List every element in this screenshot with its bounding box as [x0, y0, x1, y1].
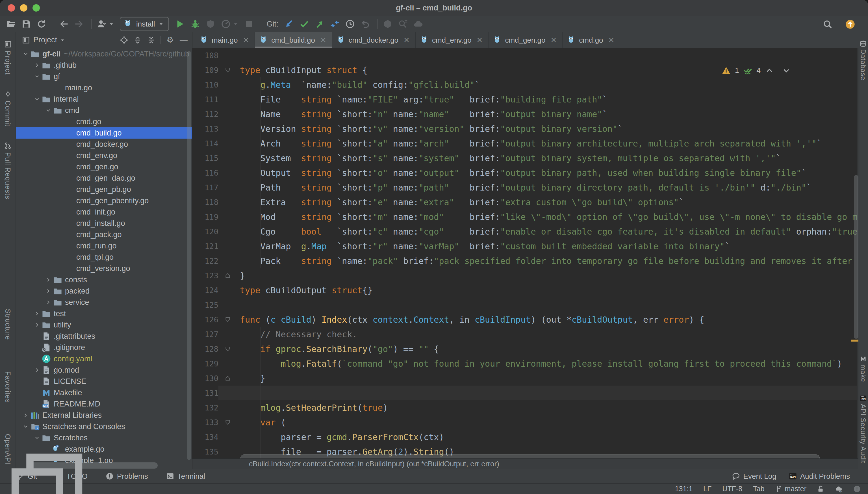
- stripe-button-favorites[interactable]: Favorites: [4, 371, 12, 403]
- profiler-icon[interactable]: [221, 19, 231, 29]
- tree-item-cmd_gen.go[interactable]: cmd_gen.go: [16, 161, 192, 172]
- tree-item-Scratches and Consoles[interactable]: Scratches and Consoles: [16, 421, 192, 432]
- chevron-right-icon[interactable]: [43, 277, 53, 283]
- code-line[interactable]: 123}: [193, 268, 858, 283]
- code-line[interactable]: 134 parser = gcmd.ParserFromCtx(ctx): [193, 430, 858, 444]
- run-configuration-select[interactable]: install: [120, 17, 169, 31]
- stripe-button-api-security-audit[interactable]: /APIAPI Security Audit: [859, 395, 867, 463]
- warning-stripe-mark[interactable]: [851, 340, 858, 342]
- code-line[interactable]: 121 VarMap g.Map `short:"r" name:"varMap…: [193, 239, 858, 253]
- code-line[interactable]: 131: [193, 386, 858, 400]
- tree-item-cmd_gen_pbentity.go[interactable]: cmd_gen_pbentity.go: [16, 195, 192, 206]
- code-line[interactable]: 125: [193, 298, 858, 312]
- code-line[interactable]: 128 if gproc.SearchBinary("go") == "" {: [193, 342, 858, 356]
- sync-icon[interactable]: [37, 19, 46, 29]
- tree-item-cmd_version.go[interactable]: cmd_version.go: [16, 263, 192, 274]
- chevron-right-icon[interactable]: [32, 322, 42, 328]
- chevron-right-icon[interactable]: [43, 299, 53, 305]
- update-badge-icon[interactable]: [845, 19, 855, 29]
- tree-item-cmd_gen_dao.go[interactable]: cmd_gen_dao.go: [16, 172, 192, 184]
- chevron-down-icon[interactable]: [43, 107, 53, 113]
- forward-arrow-icon[interactable]: [74, 19, 84, 29]
- chevron-down-icon[interactable]: [21, 51, 31, 57]
- tree-item-cmd_run.go[interactable]: cmd_run.go: [16, 240, 192, 251]
- coverage-icon[interactable]: [206, 19, 215, 29]
- settings-gear-icon[interactable]: ⚙: [166, 36, 174, 44]
- tree-item-Makefile[interactable]: Makefile: [16, 387, 192, 398]
- stacked-windows-icon[interactable]: [4, 446, 89, 494]
- open-folder-icon[interactable]: [6, 19, 16, 29]
- tree-item-gf[interactable]: gf: [16, 71, 192, 82]
- tree-item-cmd_docker.go[interactable]: cmd_docker.go: [16, 139, 192, 150]
- cloud-dim-icon[interactable]: [413, 19, 423, 29]
- tab-cmd_gen.go[interactable]: cmd_gen.go✕: [489, 32, 563, 48]
- tree-item-config.yaml[interactable]: config.yaml: [16, 353, 192, 364]
- code-line[interactable]: 118 Extra string `short:"e" name:"extra"…: [193, 195, 858, 209]
- code-line[interactable]: 126func (c cBuild) Index(ctx context.Con…: [193, 312, 858, 327]
- code-line[interactable]: 116 Output string `short:"o" name:"outpu…: [193, 166, 858, 180]
- stop-icon[interactable]: [244, 19, 254, 29]
- editor-vertical-scrollbar[interactable]: [854, 175, 858, 339]
- db-find-icon[interactable]: [398, 19, 408, 29]
- tree-item-cmd_init.go[interactable]: cmd_init.go: [16, 206, 192, 217]
- previous-problem-button[interactable]: [765, 66, 774, 75]
- chevron-right-icon[interactable]: [21, 412, 31, 418]
- chevron-down-icon[interactable]: [21, 423, 31, 430]
- code-line[interactable]: 129 mlog.Fatalf(`command "go" not found …: [193, 356, 858, 371]
- code-line[interactable]: 127 // Necessary check.: [193, 327, 858, 342]
- collapse-all-button[interactable]: [147, 36, 156, 44]
- tree-item-packed[interactable]: packed: [16, 285, 192, 297]
- inspections-widget[interactable]: 1 4: [722, 66, 791, 75]
- code-editor[interactable]: 108109type cBuildInput struct {110 g.Met…: [193, 48, 858, 458]
- project-panel-title[interactable]: Project: [33, 36, 57, 44]
- tree-vertical-scrollbar[interactable]: [187, 51, 191, 460]
- stripe-button-make[interactable]: make: [859, 355, 867, 382]
- code-line[interactable]: 117 Path string `short:"p" name:"path" b…: [193, 180, 858, 195]
- code-line[interactable]: 112 Name string `short:"n" name:"name" b…: [193, 107, 858, 121]
- tree-item-LICENSE[interactable]: LICENSE: [16, 376, 192, 387]
- rollback-icon[interactable]: [361, 19, 370, 29]
- stripe-button-structure[interactable]: Structure: [4, 309, 12, 340]
- hexagon-icon[interactable]: [383, 19, 393, 29]
- fold-marker-icon[interactable]: [218, 371, 237, 386]
- caret-down-dim-icon[interactable]: [233, 21, 238, 27]
- chevron-down-icon[interactable]: [32, 435, 42, 441]
- tree-item-service[interactable]: service: [16, 297, 192, 308]
- tab-cmd_env.go[interactable]: cmd_env.go✕: [416, 32, 489, 48]
- git-commit-icon[interactable]: [300, 19, 309, 29]
- tree-item-internal[interactable]: internal: [16, 93, 192, 105]
- stripe-button-commit[interactable]: Commit: [4, 90, 12, 127]
- debug-bug-icon[interactable]: [191, 19, 200, 29]
- chevron-down-icon[interactable]: [32, 73, 42, 80]
- status-notifications[interactable]: [853, 485, 861, 493]
- tree-item-cmd_pack.go[interactable]: cmd_pack.go: [16, 229, 192, 240]
- code-line[interactable]: 114 Arch string `short:"a" name:"arch" b…: [193, 136, 858, 151]
- editor-horizontal-scrollbar[interactable]: [240, 455, 820, 458]
- tab-main.go[interactable]: main.go✕: [195, 32, 255, 48]
- tree-item-cmd_build.go[interactable]: cmd_build.go: [16, 127, 192, 139]
- chevron-right-icon[interactable]: [32, 367, 42, 373]
- chevron-down-icon[interactable]: [60, 38, 65, 43]
- fold-marker-icon[interactable]: [218, 342, 237, 356]
- caret-down-icon[interactable]: [109, 21, 114, 27]
- tree-item-.github[interactable]: .github: [16, 60, 192, 71]
- chevron-right-icon[interactable]: [43, 288, 53, 294]
- tool-button-audit-problems[interactable]: /APIAudit Problems: [789, 472, 850, 481]
- fold-marker-icon[interactable]: [218, 415, 237, 430]
- hide-panel-button[interactable]: —: [179, 36, 188, 44]
- close-icon[interactable]: ✕: [403, 36, 410, 44]
- git-merge-icon[interactable]: [330, 19, 340, 29]
- code-line[interactable]: 119 Mod string `short:"m" name:"mod" bri…: [193, 209, 858, 224]
- status-bar-widgets[interactable]: [0, 446, 89, 494]
- status-caret-position[interactable]: 131:1: [675, 485, 693, 493]
- chevron-right-icon[interactable]: [32, 62, 42, 68]
- close-icon[interactable]: ✕: [320, 36, 326, 44]
- tree-item-cmd_install.go[interactable]: cmd_install.go: [16, 217, 192, 229]
- code-line[interactable]: 113 Version string `short:"v" name:"vers…: [193, 121, 858, 136]
- code-line[interactable]: 130 }: [193, 371, 858, 386]
- fold-marker-icon[interactable]: [218, 63, 237, 77]
- git-update-icon[interactable]: [284, 19, 294, 29]
- tree-item-README.MD[interactable]: MDREADME.MD: [16, 398, 192, 410]
- code-line[interactable]: 110 g.Meta `name:"build" config:"gfcli.b…: [193, 77, 858, 92]
- code-line[interactable]: 122 Pack string `name:"pack" brief:"pack…: [193, 253, 858, 268]
